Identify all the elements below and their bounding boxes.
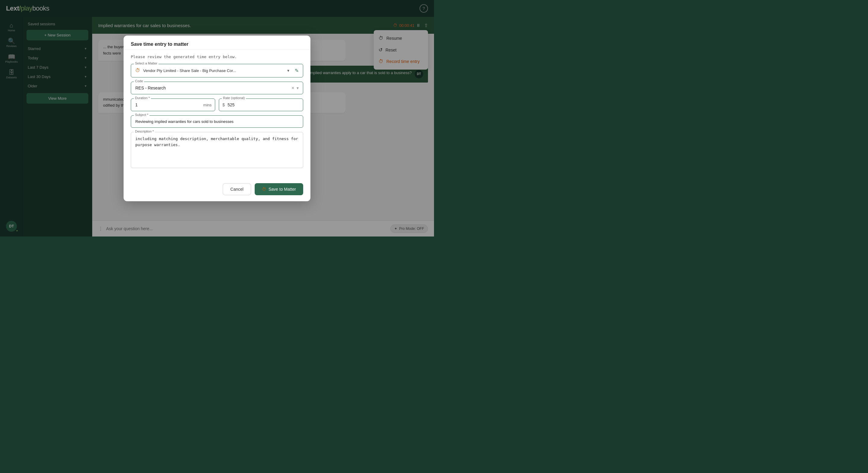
matter-edit-icon[interactable]: ✎	[295, 68, 299, 73]
code-field-container: RES - Research ✕ ▾	[131, 82, 303, 94]
save-label: Save to Matter	[269, 187, 296, 192]
rate-input[interactable]	[219, 98, 303, 111]
matter-select[interactable]: ⏱ Vendor Pty Limited - Share Sale - Big …	[131, 64, 303, 77]
code-field-group: Code RES - Research ✕ ▾	[131, 82, 303, 94]
modal-footer: Cancel ⏱ Save to Matter	[124, 180, 310, 201]
code-dropdown-icon[interactable]: ▾	[297, 86, 299, 90]
rate-field-group: Rate (optional) $	[219, 98, 303, 111]
cancel-button[interactable]: Cancel	[223, 183, 251, 195]
code-value: RES - Research	[135, 86, 288, 90]
duration-rate-row: Duration * mins Rate (optional) $	[131, 98, 303, 111]
matter-value: Vendor Pty Limited - Share Sale - Big Pu…	[143, 68, 284, 73]
description-field-label: Description *	[134, 130, 155, 133]
description-field-group: Description * including matching descrip…	[131, 132, 303, 169]
matter-dropdown-icon: ▾	[287, 68, 289, 73]
save-icon: ⏱	[262, 187, 266, 192]
matter-field-label: Select a Matter	[134, 61, 158, 65]
rate-field-label: Rate (optional)	[222, 96, 246, 100]
modal-title: Save time entry to matter	[124, 36, 310, 50]
rate-prefix: $	[222, 102, 225, 107]
duration-suffix: mins	[204, 102, 212, 107]
duration-input[interactable]	[131, 98, 215, 111]
modal-overlay: Save time entry to matter Please review …	[0, 0, 434, 236]
matter-field-group: Select a Matter ⏱ Vendor Pty Limited - S…	[131, 64, 303, 77]
code-field-label: Code	[134, 79, 144, 83]
save-button[interactable]: ⏱ Save to Matter	[255, 183, 303, 195]
code-field-actions: ✕ ▾	[291, 86, 299, 90]
modal-body: Please review the generated time entry b…	[124, 50, 310, 180]
matter-icon: ⏱	[135, 68, 140, 73]
code-clear-icon[interactable]: ✕	[291, 86, 295, 90]
duration-field-label: Duration *	[134, 96, 151, 100]
modal-subtitle: Please review the generated time entry b…	[131, 55, 303, 59]
subject-field-label: Subject *	[134, 113, 150, 117]
subject-field-group: Subject * Reviewing implied warranties f…	[131, 116, 303, 128]
duration-field-group: Duration * mins	[131, 98, 215, 111]
subject-field-container: Reviewing implied warranties for cars so…	[131, 116, 303, 128]
modal-dialog: Save time entry to matter Please review …	[124, 36, 310, 201]
description-textarea[interactable]: including matching description, merchant…	[131, 132, 303, 168]
subject-value: Reviewing implied warranties for cars so…	[135, 119, 234, 124]
